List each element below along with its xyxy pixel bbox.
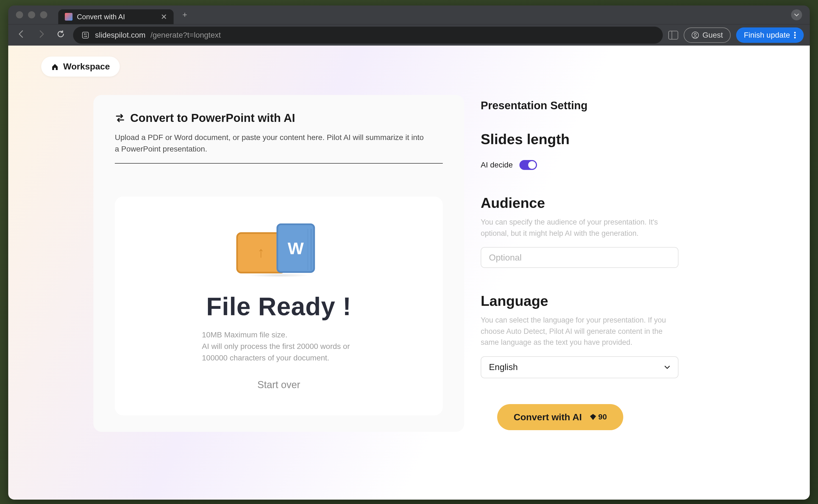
chevron-down-icon [794,13,799,16]
expand-tabs-button[interactable] [791,9,802,20]
file-note-1: 10MB Maximum file size. [202,329,356,341]
finish-update-button[interactable]: Finish update [736,27,804,43]
svg-rect-0 [82,32,88,38]
convert-cost: 90 [598,413,607,421]
ai-decide-row: AI decide [481,160,733,170]
chevron-down-icon [664,365,670,369]
tab-title: Convert with AI [77,13,125,21]
user-icon [691,31,699,39]
language-title: Language [481,293,733,309]
svg-point-6 [694,33,696,35]
file-note-2: AI will only process the first 20000 wor… [202,341,356,364]
toolbar: slidespilot.com/generate?t=longtext Gues… [8,24,810,46]
convert-label: Convert with AI [514,412,582,422]
profile-button[interactable]: Guest [684,27,731,43]
url-host: slidespilot.com [95,31,146,40]
close-window-button[interactable] [16,11,23,18]
card-heading-text: Convert to PowerPoint with AI [130,111,295,125]
svg-point-9 [794,37,796,38]
traffic-lights [16,11,47,18]
new-tab-button[interactable]: + [179,8,191,22]
arrow-left-icon [17,30,26,38]
convert-icon [115,113,125,123]
main-grid: Convert to PowerPoint with AI Upload a P… [8,46,810,432]
svg-point-4 [86,36,87,37]
svg-point-8 [794,34,796,36]
more-icon [794,32,796,39]
forward-button[interactable] [34,27,48,43]
convert-card: Convert to PowerPoint with AI Upload a P… [93,95,464,432]
svg-point-3 [84,33,85,35]
reload-icon [57,30,65,38]
card-heading: Convert to PowerPoint with AI [115,111,443,125]
ai-decide-label: AI decide [481,161,513,169]
back-button[interactable] [14,27,29,43]
close-tab-button[interactable]: ✕ [161,12,167,21]
audience-input[interactable] [481,247,679,268]
maximize-window-button[interactable] [40,11,47,18]
settings-panel: Presentation Setting Slides length AI de… [481,95,736,432]
profile-label: Guest [702,31,723,40]
titlebar: Convert with AI ✕ + [8,5,810,24]
language-select[interactable]: English [481,356,679,378]
page-content: Workspace Convert to PowerPoint with AI … [8,46,810,500]
language-value: English [489,362,518,372]
site-settings-icon[interactable] [81,30,90,40]
icon-shadow [247,273,310,277]
update-label: Finish update [744,31,790,40]
workspace-label: Workspace [63,61,110,72]
address-bar[interactable]: slidespilot.com/generate?t=longtext [73,27,663,44]
file-ready-title: File Ready ! [131,292,426,321]
file-notes: 10MB Maximum file size. AI will only pro… [202,329,356,364]
audience-description: You can specify the audience of your pre… [481,217,673,239]
divider [115,163,443,164]
convert-button[interactable]: Convert with AI 90 [497,404,623,430]
file-icons [131,220,426,275]
ai-decide-toggle[interactable] [520,160,537,170]
arrow-right-icon [37,30,46,38]
svg-point-7 [794,32,796,33]
card-description: Upload a PDF or Word document, or paste … [115,132,428,155]
svg-rect-10 [54,68,56,70]
start-over-button[interactable]: Start over [131,379,426,391]
panel-title: Presentation Setting [481,99,733,112]
audience-title: Audience [481,195,733,211]
url-path: /generate?t=longtext [150,31,221,40]
tab-strip: Convert with AI ✕ + [58,5,191,24]
minimize-window-button[interactable] [28,11,35,18]
workspace-button[interactable]: Workspace [41,57,120,77]
diamond-icon [590,413,597,421]
browser-tab[interactable]: Convert with AI ✕ [58,9,174,24]
word-document-icon [276,223,315,273]
home-icon [51,63,59,71]
upload-card: File Ready ! 10MB Maximum file size. AI … [115,197,443,415]
language-description: You can select the language for your pre… [481,315,673,348]
browser-window: Convert with AI ✕ + slidespilot.com/gene… [8,5,810,500]
side-panel-button[interactable] [668,31,678,40]
favicon-icon [65,13,72,21]
slides-length-title: Slides length [481,131,733,147]
reload-button[interactable] [54,27,68,43]
